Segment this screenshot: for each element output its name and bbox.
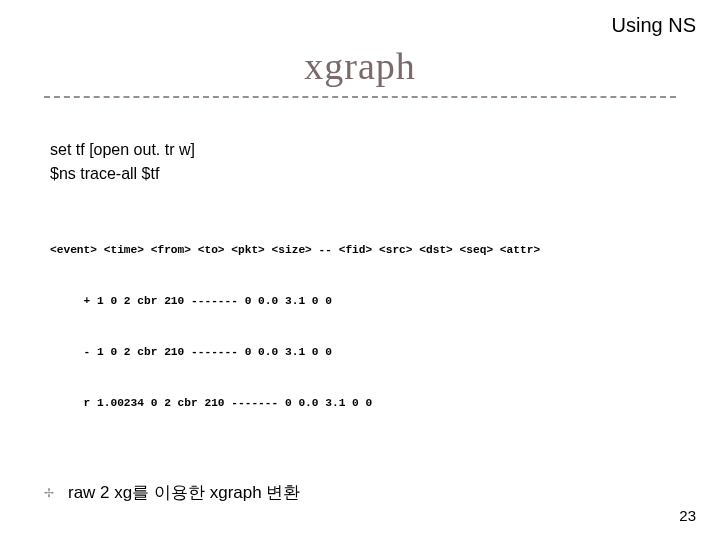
trace-row: r 1.00234 0 2 cbr 210 ------- 0 0.0 3.1 …	[50, 395, 670, 412]
slide-title: xgraph	[0, 44, 720, 88]
page-number: 23	[679, 507, 696, 524]
bullet-item: ✢ <DIR>/ns-allinone-2. 29/ns-2. 29/bin/r…	[50, 536, 670, 540]
header-right: Using NS	[612, 14, 696, 37]
command-line-2: $ns trace-all $tf	[50, 162, 670, 186]
bullet-list: ✢ raw 2 xg를 이용한 xgraph 변환 ✢ <DIR>/ns-all…	[50, 482, 670, 540]
trace-header: <event> <time> <from> <to> <pkt> <size> …	[50, 242, 670, 259]
bullet-item: ✢ raw 2 xg를 이용한 xgraph 변환	[50, 482, 670, 504]
bullet-mark-icon: ✢	[44, 536, 68, 540]
bullet-text: raw 2 xg를 이용한 xgraph 변환	[68, 482, 300, 504]
command-line-1: set tf [open out. tr w]	[50, 138, 670, 162]
trace-block: <event> <time> <from> <to> <pkt> <size> …	[50, 208, 670, 446]
bullet-text: <DIR>/ns-allinone-2. 29/ns-2. 29/bin/raw…	[68, 536, 410, 540]
bullet-mark-icon: ✢	[44, 482, 68, 504]
trace-row: - 1 0 2 cbr 210 ------- 0 0.0 3.1 0 0	[50, 344, 670, 361]
trace-row: + 1 0 2 cbr 210 ------- 0 0.0 3.1 0 0	[50, 293, 670, 310]
title-divider	[44, 96, 676, 98]
slide-body: set tf [open out. tr w] $ns trace-all $t…	[50, 138, 670, 540]
